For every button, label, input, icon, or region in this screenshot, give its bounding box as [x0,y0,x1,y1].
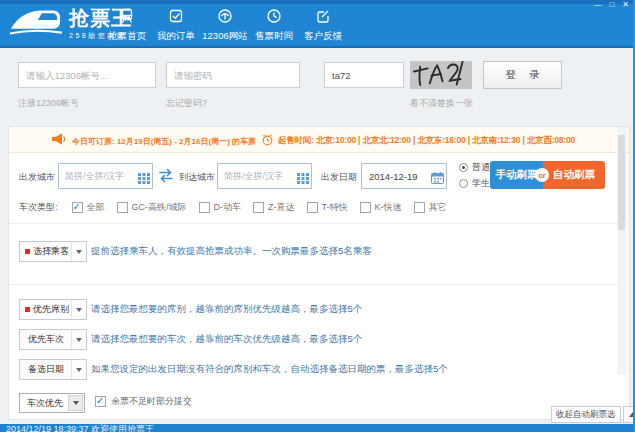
collapse-button[interactable]: 收起自动刷票选 [551,406,621,423]
status-bar: 2014/12/19 18:39:37 欢迎使用抢票王 [0,424,633,432]
partial-submit-option[interactable]: 余票不足时部分提交 [95,395,192,408]
megaphone-icon [51,132,66,150]
logo-train-icon [10,7,62,41]
seat-priority-dropdown[interactable]: 优先席别 [19,299,87,320]
nav-label: 客户反馈 [304,30,342,43]
backup-dates-desc: 如果您设定的出发日期没有符合的席别和车次，自动选择备选日期的票，最多选择5个 [91,363,448,376]
swap-cities-icon[interactable] [158,168,174,187]
nav-label: 我的订单 [157,30,195,43]
checkbox[interactable] [72,202,83,213]
to-city-label: 到达城市 [179,171,215,184]
checkbox[interactable] [253,202,264,213]
feedback-pencil-icon [315,8,331,26]
account-input[interactable] [18,62,156,88]
priority-mode-select[interactable]: 车次优先 [19,393,85,413]
train-type-t[interactable]: T-特快 [307,201,348,214]
train-icon [119,8,135,26]
chevron-down-icon [68,395,83,411]
radio-student-circle[interactable] [459,179,468,188]
from-city-label: 出发城市 [19,171,55,184]
login-button[interactable]: 登 录 [483,61,562,89]
train-type-gc[interactable]: GC-高铁/城际 [117,201,187,214]
select-passengers-desc: 提前选择乘车人，有效提高抢票成功率。一次购票最多选择5名乘客 [91,245,372,258]
divider [9,223,629,224]
app-header: — □ ✕ 抢票王 258助您回家 [0,0,633,48]
nav-item-orders[interactable]: 我的订单 [153,8,199,43]
captcha-refresh-link[interactable]: 看不清楚换一张 [410,97,473,110]
required-dot-icon [25,249,30,254]
train-types-row: 车次类型: 全部 GC-高铁/城际 D-动车 Z-直达 T-特快 K-快速 [19,201,447,214]
checkbox[interactable] [95,396,106,407]
booking-panel: 今日可订票: 12月19日(周五) - 2月16日(周一) 的车票 起售时间: … [8,126,630,420]
forgot-password-link[interactable]: 忘记密码? [166,97,207,110]
nav-label: 抢票首页 [108,30,146,43]
captcha-input[interactable] [324,62,404,88]
nav-label: 12306网站 [202,30,247,43]
scrollbar-thumb[interactable] [618,135,625,230]
backup-dates-dropdown[interactable]: 备选日期 [19,359,87,380]
chevron-down-icon [71,360,86,379]
app-window: — □ ✕ 抢票王 258助您回家 [0,0,635,432]
chevron-down-icon [71,330,86,349]
required-dot-icon [25,307,30,312]
nav-item-home[interactable]: 抢票首页 [104,8,150,43]
checkbox[interactable] [360,202,371,213]
nav-item-feedback[interactable]: 客户反馈 [300,8,346,43]
alarm-clock-icon [261,132,274,150]
checkbox[interactable] [117,202,128,213]
train-type-all[interactable]: 全部 [72,201,105,214]
train-priority-dropdown[interactable]: 优先车次 [19,329,87,350]
nav-item-sale-times[interactable]: 售票时间 [251,8,297,43]
window-controls: — □ ✕ [593,1,629,9]
password-input[interactable] [166,62,300,88]
city-picker-grid-icon[interactable] [297,170,309,188]
register-link[interactable]: 注册12306帐号 [18,97,79,110]
or-badge: or [535,168,549,182]
sale-times-text: 起售时间: 北京:10:00 | 北京北:12:00 | 北京东:16:00 |… [278,135,575,147]
collapse-up-arrow-button[interactable] [623,406,635,423]
chevron-down-icon [71,300,86,319]
calendar-icon[interactable] [431,170,444,188]
divider [9,284,629,285]
train-type-other[interactable]: 其它 [414,201,447,214]
vertical-scrollbar[interactable] [617,127,626,375]
maximize-button[interactable]: □ [609,1,614,9]
radio-normal[interactable]: 普通 [459,161,490,174]
radio-normal-circle[interactable] [459,163,468,172]
train-type-k[interactable]: K-快速 [360,201,402,214]
auto-refresh-button[interactable]: 自动刷票 [543,161,605,189]
nav-item-12306[interactable]: 12306网站 [202,8,248,43]
train-type-z[interactable]: Z-直达 [253,201,295,214]
checkbox[interactable] [307,202,318,213]
nav-label: 售票时间 [255,30,293,43]
radio-normal-label: 普通 [472,161,490,174]
minimize-button[interactable]: — [593,1,601,9]
clock-icon [266,8,282,26]
booking-range-text: 今日可订票: 12月19日(周五) - 2月16日(周一) 的车票 [72,136,256,147]
checkbox[interactable] [414,202,425,213]
checkbox[interactable] [199,202,210,213]
collapse-auto-options: 收起自动刷票选 [551,406,635,423]
main-nav: 抢票首页 我的订单 12306网站 [104,8,346,43]
train-type-d[interactable]: D-动车 [199,201,242,214]
passenger-type-radios: 普通 学生 [459,161,490,190]
city-picker-grid-icon[interactable] [138,170,150,188]
orders-check-icon [168,8,184,26]
railway-icon [217,8,233,26]
seat-priority-desc: 请选择您最想要的席别，越靠前的席别优先级越高，最多选择5个 [91,303,362,316]
radio-student[interactable]: 学生 [459,177,490,190]
notice-bar: 今日可订票: 12月19日(周五) - 2月16日(周一) 的车票 起售时间: … [9,127,629,153]
close-button[interactable]: ✕ [622,1,629,9]
train-priority-desc: 请选择您最想要的车次，越靠前的车次优先级越高，最多选择5个 [91,333,362,346]
radio-student-label: 学生 [472,177,490,190]
select-passengers-dropdown[interactable]: 选择乘客 [19,241,87,262]
depart-date-label: 出发日期 [321,171,357,184]
captcha-image[interactable] [410,61,472,89]
train-types-label: 车次类型: [19,201,58,214]
titlebar-strip [0,0,633,4]
chevron-down-icon [71,242,86,261]
status-text: 2014/12/19 18:39:37 欢迎使用抢票王 [0,424,633,432]
